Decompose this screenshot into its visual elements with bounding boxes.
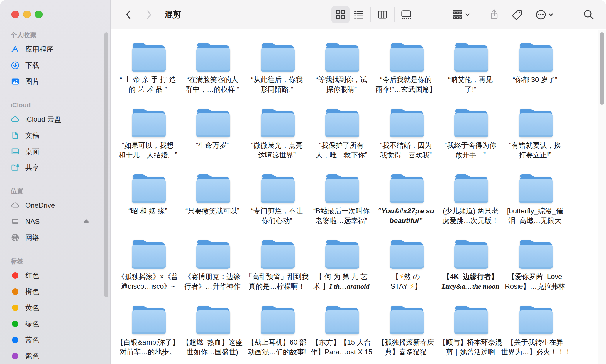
folder-item[interactable]: 【超燃_热血】这盛世如你…国盛世)	[181, 306, 246, 364]
folder-label-line: 通disco…isco》~	[114, 281, 182, 291]
folder-item[interactable]: “微微晨光，点亮这喧嚣世界”	[246, 109, 310, 174]
sidebar-item-shared[interactable]: 共享	[6, 159, 107, 176]
sidebar-item-documents[interactable]: 文稿	[6, 127, 107, 143]
sidebar-item-icloud-drive[interactable]: iCloud 云盘	[6, 111, 107, 127]
folder-label: “ 上 帝 亲 手 打 造的 艺 术 品 ”	[114, 75, 182, 94]
folder-front-panel	[454, 179, 488, 203]
download-icon	[11, 61, 20, 70]
folder-item[interactable]: “B站最后一次叫你老婆啦…远幸福”	[310, 174, 375, 240]
chevron-down-icon	[549, 13, 553, 17]
sidebar-item-tag-green[interactable]: 绿色	[6, 316, 107, 332]
back-button[interactable]	[122, 0, 135, 29]
list-view-button[interactable]	[350, 6, 368, 23]
share-button[interactable]	[489, 0, 499, 29]
folder-icon	[132, 109, 166, 137]
folder-item[interactable]: 【 何 为 第 九 艺术 】I th…aranoid	[310, 240, 375, 306]
folder-front-panel	[261, 113, 295, 137]
search-button[interactable]	[583, 0, 594, 29]
folder-item[interactable]: “我不结婚，因为我觉得…喜欢我”	[375, 109, 439, 174]
folder-label-line: Lucy&a…the moon	[436, 281, 505, 291]
folder-item[interactable]: “生命万岁”	[181, 109, 246, 174]
zoom-button[interactable]	[35, 11, 43, 18]
folder-item[interactable]: 「高甜预警」甜到我真的是…柠檬啊！	[246, 240, 310, 306]
folder-item[interactable]: 【顾与】桥本环奈混剪｜她曾活过啊	[439, 306, 504, 364]
group-button[interactable]	[452, 0, 470, 29]
folder-item[interactable]: “You&#x27;re sobeautiful”	[375, 174, 439, 240]
sidebar-item-nas[interactable]: NAS	[6, 213, 107, 229]
folder-label-line: “呐艾伦，再见	[436, 75, 505, 84]
folder-item[interactable]: “如果可以，我想和十几…人结婚。”	[116, 109, 181, 174]
folder-item[interactable]: 《赛博朋克：边缘行者》…升华神作	[181, 240, 246, 306]
icon-view-button[interactable]	[331, 6, 350, 23]
folder-item[interactable]: “在满脸笑容的人群中，…的模样 ”	[181, 43, 246, 109]
folder-item[interactable]: 【⚡然 のSTAY ⚡】	[375, 240, 439, 306]
folder-item[interactable]: “我终于舍得为你放开手…”	[439, 109, 504, 174]
folder-label-line: “生命万岁”	[178, 140, 246, 150]
tag-button[interactable]	[512, 0, 523, 29]
folder-icon	[325, 174, 359, 203]
sidebar-scrollbar[interactable]	[104, 32, 108, 297]
folder-item[interactable]: “专门剪烂，不让你们心动”	[246, 174, 310, 240]
sidebar-item-desktop[interactable]: 桌面	[6, 143, 107, 159]
folder-item[interactable]: 【孤独摇滚新春庆典】喜多猫猫	[375, 306, 439, 364]
folder-item[interactable]: 【戴上耳机】60 部动画混…们的故事!	[246, 306, 310, 364]
folder-item[interactable]: [butterfly_综漫_催泪_高燃…无限大	[504, 174, 568, 240]
folder-item[interactable]: “有错就要认，挨打要立正!”	[504, 109, 568, 174]
minimize-button[interactable]	[23, 11, 31, 18]
more-button[interactable]	[536, 0, 553, 29]
sidebar-item-pictures[interactable]: 图片	[6, 73, 107, 89]
sidebar-item-network[interactable]: 网络	[6, 229, 107, 246]
sidebar-section-header: 标签	[6, 257, 107, 266]
folder-front-panel	[390, 245, 424, 269]
folder-item[interactable]: 【东方】【15 人合作】Para…ost X 15	[310, 306, 375, 364]
sidebar-item-tag-purple[interactable]: 紫色	[6, 348, 107, 364]
folder-item[interactable]: “昭 和 姻 缘”	[116, 174, 181, 240]
folder-label-line: “你都 30 岁了”	[501, 75, 569, 84]
folder-icon	[454, 109, 488, 137]
folder-item[interactable]: (少儿频道) 两只老虎爱跳…次元版！	[439, 174, 504, 240]
display-icon	[11, 217, 20, 226]
folder-item[interactable]: 【白银&amp;弥子】对前辈…的地步。	[116, 306, 181, 364]
close-button[interactable]	[11, 11, 19, 18]
folder-label-line: 【戴上耳机】60 部	[243, 337, 311, 347]
gallery-view-button[interactable]	[397, 6, 415, 23]
sidebar-item-tag-yellow[interactable]: 黄色	[6, 300, 107, 316]
folder-icon	[132, 43, 166, 72]
sidebar-item-downloads[interactable]: 下载	[6, 57, 107, 73]
folder-label-line: 【白银&amp;弥子】	[114, 337, 182, 347]
photos-icon	[11, 77, 20, 86]
folder-item[interactable]: “我保护了所有人，唯…救下你”	[310, 109, 375, 174]
folder-front-panel	[196, 310, 230, 334]
sidebar-item-tag-blue[interactable]: 蓝色	[6, 332, 107, 348]
scrollbar-thumb[interactable]	[600, 32, 604, 105]
tag-color-dot	[12, 337, 18, 343]
folder-item[interactable]: “从此往后，你我形同陌路.”	[246, 43, 310, 109]
column-view-button[interactable]	[373, 6, 392, 23]
folder-icon	[454, 174, 488, 203]
eject-icon[interactable]	[82, 217, 90, 226]
folder-item[interactable]: 《孤独摇滚》×《普通disco…isco》~	[116, 240, 181, 306]
folder-label-line: 【东方】【15 人合	[307, 337, 375, 347]
scrollbar-track[interactable]	[598, 30, 606, 364]
folder-item[interactable]: 【关于我转生在异世界为…】必火！！！	[504, 306, 568, 364]
folder-label-line: (少儿频道) 两只老	[436, 206, 505, 216]
folder-item[interactable]: “ 上 帝 亲 手 打 造的 艺 术 品 ”	[116, 43, 181, 109]
folder-icon	[519, 109, 553, 137]
folder-item[interactable]: “今后我就是你的雨伞!”…玄武国篇】	[375, 43, 439, 109]
sidebar-item-onedrive[interactable]: OneDrive	[6, 197, 107, 213]
sidebar-item-applications[interactable]: 应用程序	[6, 41, 107, 57]
folder-item[interactable]: “呐艾伦，再见了!”	[439, 43, 504, 109]
sidebar-item-tag-orange[interactable]: 橙色	[6, 283, 107, 300]
folder-item[interactable]: 【爱你罗茜_LoveRosie】…克拉弗林	[504, 240, 568, 306]
forward-button[interactable]	[143, 0, 155, 29]
sidebar-item-label: 蓝色	[25, 335, 39, 345]
folder-item[interactable]: “只要微笑就可以”	[181, 174, 246, 240]
folder-front-panel	[196, 48, 230, 72]
folder-item[interactable]: 【4K_边缘行者】Lucy&a…the moon	[439, 240, 504, 306]
finder-window: 个人收藏应用程序下载图片iCloudiCloud 云盘文稿桌面共享位置OneDr…	[0, 0, 606, 364]
sidebar-item-tag-red[interactable]: 红色	[6, 267, 107, 283]
folder-item[interactable]: “等我找到你，试探你眼睛”	[310, 43, 375, 109]
icloud-drive-icon	[11, 115, 20, 124]
folder-label-line: 《赛博朋克：边缘	[178, 272, 246, 281]
folder-item[interactable]: “你都 30 岁了”	[504, 43, 568, 109]
